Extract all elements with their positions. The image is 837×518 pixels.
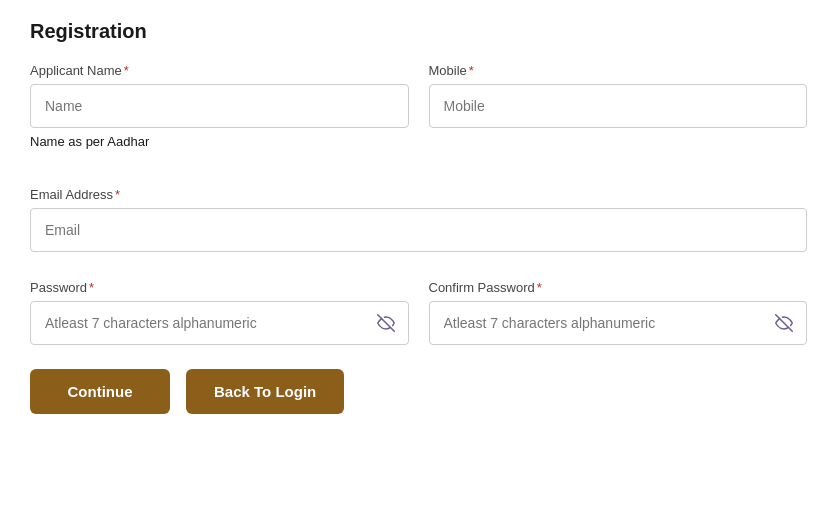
applicant-name-input[interactable] bbox=[30, 84, 409, 128]
confirm-password-input-wrapper bbox=[429, 301, 808, 345]
password-input[interactable] bbox=[30, 301, 409, 345]
spacer-1 bbox=[30, 175, 807, 187]
confirm-password-group: Confirm Password* bbox=[429, 280, 808, 345]
applicant-name-group: Applicant Name* Name as per Aadhar bbox=[30, 63, 409, 159]
mobile-label: Mobile* bbox=[429, 63, 808, 78]
mobile-group: Mobile* bbox=[429, 63, 808, 159]
spacer-2 bbox=[30, 268, 807, 280]
password-toggle-icon[interactable] bbox=[375, 314, 397, 332]
name-hint: Name as per Aadhar bbox=[30, 134, 409, 149]
password-input-wrapper bbox=[30, 301, 409, 345]
confirm-password-label: Confirm Password* bbox=[429, 280, 808, 295]
applicant-name-label: Applicant Name* bbox=[30, 63, 409, 78]
email-row: Email Address* bbox=[30, 187, 807, 252]
name-mobile-row: Applicant Name* Name as per Aadhar Mobil… bbox=[30, 63, 807, 159]
confirm-password-toggle-icon[interactable] bbox=[773, 314, 795, 332]
button-row: Continue Back To Login bbox=[30, 369, 807, 414]
back-to-login-button[interactable]: Back To Login bbox=[186, 369, 344, 414]
mobile-input[interactable] bbox=[429, 84, 808, 128]
password-label: Password* bbox=[30, 280, 409, 295]
confirm-password-input[interactable] bbox=[429, 301, 808, 345]
password-group: Password* bbox=[30, 280, 409, 345]
registration-page: Registration Applicant Name* Name as per… bbox=[0, 0, 837, 434]
page-title: Registration bbox=[30, 20, 807, 43]
email-label: Email Address* bbox=[30, 187, 807, 202]
password-row: Password* Confirm Password* bbox=[30, 280, 807, 345]
email-group: Email Address* bbox=[30, 187, 807, 252]
email-input[interactable] bbox=[30, 208, 807, 252]
continue-button[interactable]: Continue bbox=[30, 369, 170, 414]
